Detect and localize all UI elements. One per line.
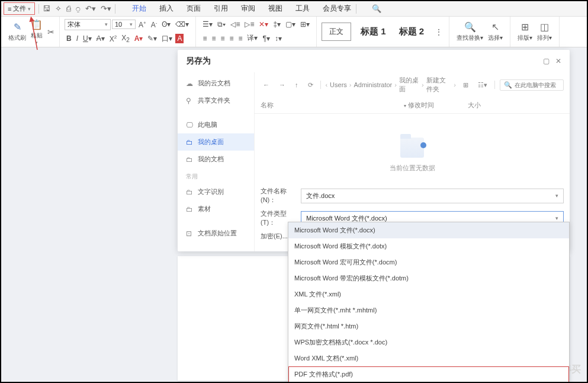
distribute-icon[interactable]: ≡ — [236, 33, 244, 44]
find-replace-button[interactable]: 🔍 查找替换▾ — [454, 20, 486, 43]
sidebar-group-label: 常用 — [178, 168, 254, 183]
dropdown-option[interactable]: Microsoft Word 带宏的模板文件(*.dotm) — [288, 270, 569, 286]
sidebar-item-computer[interactable]: 🖵此电脑 — [178, 116, 254, 133]
paste-button[interactable]: 📋 粘贴 ▾ — [28, 18, 45, 46]
dropdown-option[interactable]: 网页文件(*.html *.htm) — [288, 318, 569, 334]
sidebar-item-documents[interactable]: 🗀我的文档 — [178, 151, 254, 168]
close-icon[interactable]: ✕ — [555, 57, 561, 65]
sidebar-item-material[interactable]: 🗀素材 — [178, 200, 254, 218]
divider — [356, 4, 356, 14]
preview-icon[interactable]: ⍜ — [76, 4, 81, 13]
column-modified[interactable]: ▾ 修改时间 — [403, 101, 468, 110]
empty-message: 当前位置无数据 — [390, 164, 435, 173]
dropdown-option-pdf[interactable]: PDF 文件格式(*.pdf) — [288, 366, 569, 382]
align-right-icon[interactable]: ≡ — [219, 33, 226, 44]
back-icon[interactable]: ← — [261, 80, 272, 90]
new-icon[interactable]: ✧ — [55, 4, 62, 13]
paragraph-icon[interactable]: ¶▾ — [261, 33, 271, 44]
folder-icon: 🗀 — [186, 138, 194, 146]
subscript-icon[interactable]: X2 — [120, 33, 131, 44]
bullet-list-icon[interactable]: ☰▾ — [201, 19, 214, 30]
sidebar-item-shared[interactable]: ⚲共享文件夹 — [178, 92, 254, 109]
breadcrumb[interactable]: ‹ Users› Administrator› 我的桌面› 新建文件夹› — [325, 76, 456, 94]
text-direction-icon[interactable]: 译▾ — [245, 32, 259, 44]
tab-start[interactable]: 开始 — [131, 1, 147, 16]
style-body[interactable]: 正文 — [322, 23, 351, 41]
italic-icon[interactable]: I — [75, 33, 80, 44]
tab-page[interactable]: 页面 — [185, 1, 202, 16]
sidebar-item-original[interactable]: ⊡文档原始位置 — [178, 225, 254, 242]
tab-view[interactable]: 视图 — [267, 1, 284, 16]
column-size[interactable]: 大小 — [468, 101, 564, 110]
special-format-icon[interactable]: ✕▾ — [257, 19, 270, 30]
dropdown-option[interactable]: Word XML 文档(*.xml) — [288, 350, 569, 366]
char-shading-icon[interactable]: A — [175, 34, 184, 43]
sidebar-item-cloud[interactable]: ☁我的云文档 — [178, 75, 254, 92]
filename-input[interactable]: 文件.docx▾ — [301, 189, 564, 203]
save-icon[interactable]: 🖫 — [43, 4, 50, 13]
dropdown-option[interactable]: XML 文件(*.xml) — [288, 286, 569, 302]
clear-format-icon[interactable]: ⌫▾ — [173, 19, 191, 30]
forward-icon[interactable]: → — [277, 80, 288, 90]
empty-state: 当前位置无数据 — [255, 114, 570, 183]
border-icon[interactable]: ⊞▾ — [298, 19, 311, 30]
tab-review[interactable]: 审阅 — [240, 1, 256, 16]
refresh-icon[interactable]: ⟳ — [306, 80, 316, 90]
column-name[interactable]: 名称 — [261, 101, 403, 110]
strike-icon[interactable]: A▾ — [95, 33, 107, 44]
new-folder-icon[interactable]: ⊞ — [461, 80, 471, 90]
underline-icon[interactable]: U▾ — [81, 33, 94, 44]
dialog-search-input[interactable] — [515, 82, 562, 88]
superscript-icon[interactable]: X2 — [108, 33, 118, 44]
style-heading2[interactable]: 标题 2 — [396, 23, 428, 41]
tab-insert[interactable]: 插入 — [158, 1, 175, 16]
arrange-button[interactable]: ◫ 排列▾ — [535, 20, 554, 43]
filetype-dropdown: Microsoft Word 文件(*.docx) Microsoft Word… — [288, 222, 570, 383]
divider — [38, 4, 39, 14]
dropdown-option[interactable]: WPS加密文档格式(*.docx *.doc) — [288, 334, 569, 350]
sidebar-item-ocr[interactable]: 🗀文字识别 — [178, 183, 254, 200]
sort-icon[interactable]: ↕▾ — [273, 33, 284, 44]
dialog-search-box[interactable]: 🔍 — [500, 79, 564, 91]
redo-icon[interactable]: ↷▾ — [101, 4, 111, 13]
styles-more-icon[interactable]: ⋮ — [433, 27, 444, 37]
select-button[interactable]: ↖ 选择▾ — [486, 20, 505, 43]
dropdown-option[interactable]: 单一网页文件(*.mht *.mhtml) — [288, 302, 569, 318]
align-justify-icon[interactable]: ≡ — [227, 33, 235, 44]
font-size-select[interactable]: 10▾ — [112, 20, 136, 29]
align-left-icon[interactable]: ≡ — [201, 33, 208, 44]
bold-icon[interactable]: B — [65, 33, 73, 44]
font-name-select[interactable]: 宋体▾ — [65, 19, 111, 30]
increase-font-icon[interactable]: A+ — [137, 19, 148, 30]
change-case-icon[interactable]: ʘ▾ — [160, 19, 172, 30]
highlight-icon[interactable]: ✎▾ — [146, 33, 159, 44]
format-painter-button[interactable]: ✎ 格式刷 — [6, 20, 28, 43]
search-icon[interactable]: 🔍 — [372, 4, 381, 13]
tab-tools[interactable]: 工具 — [294, 1, 311, 16]
sidebar-item-desktop[interactable]: 🗀我的桌面 — [178, 133, 254, 151]
up-icon[interactable]: ↑ — [293, 80, 301, 90]
style-heading1[interactable]: 标题 1 — [357, 23, 390, 41]
empty-folder-icon — [400, 138, 424, 158]
dropdown-option[interactable]: Microsoft Word 文件(*.docx) — [288, 222, 569, 238]
decrease-font-icon[interactable]: A- — [149, 19, 159, 30]
number-list-icon[interactable]: ⧉▾ — [216, 19, 227, 30]
dropdown-option[interactable]: Microsoft Word 模板文件(*.dotx) — [288, 238, 569, 254]
maximize-icon[interactable]: ▢ — [543, 57, 550, 65]
cut-icon[interactable]: ✂ — [47, 27, 54, 37]
layout-button[interactable]: ⊞ 排版▾ — [515, 20, 535, 43]
undo-icon[interactable]: ↶▾ — [85, 4, 96, 13]
font-color-icon[interactable]: A▾ — [133, 33, 145, 44]
line-spacing-icon[interactable]: ‡▾ — [271, 19, 282, 30]
dropdown-option[interactable]: Microsoft Word 宏可用文件(*.docm) — [288, 254, 569, 270]
view-mode-icon[interactable]: ☷▾ — [475, 80, 490, 90]
align-center-icon[interactable]: ≡ — [210, 33, 217, 44]
print-icon[interactable]: ⎙ — [66, 4, 71, 13]
tab-member[interactable]: 会员专享 — [322, 1, 352, 16]
increase-indent-icon[interactable]: ▷≡ — [243, 19, 256, 30]
shading-icon[interactable]: ▢▾ — [284, 19, 297, 30]
decrease-indent-icon[interactable]: ◁≡ — [229, 19, 242, 30]
file-menu-button[interactable]: ≡ 文件 ▾ — [4, 2, 35, 15]
tab-reference[interactable]: 引用 — [213, 1, 229, 16]
char-border-icon[interactable]: ⼝▾ — [160, 33, 174, 45]
